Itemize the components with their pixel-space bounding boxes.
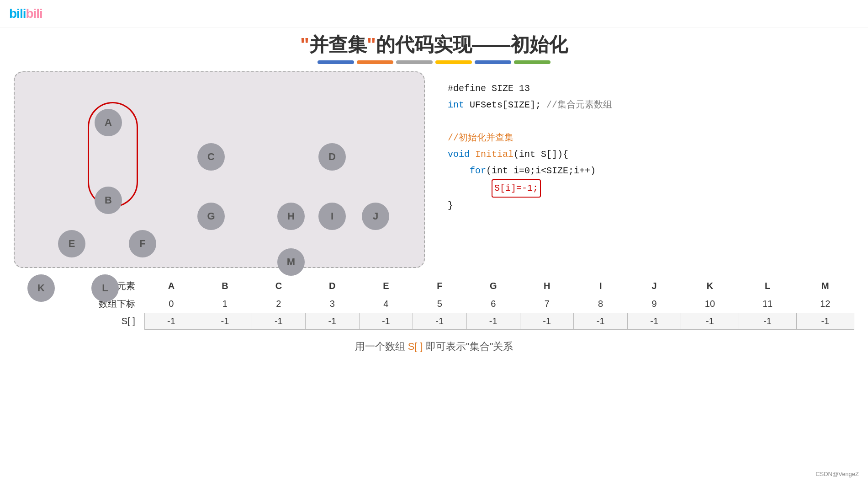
s-val-8: -1 — [574, 313, 627, 329]
idx-6: 6 — [466, 295, 520, 313]
idx-4: 4 — [359, 295, 413, 313]
code-for-kw: for — [448, 166, 486, 176]
title-main: 并查集 — [309, 34, 367, 55]
code-line-2: int UFSets[SIZE]; //集合元素数组 — [448, 97, 850, 113]
footer-text: 用一个数组 S[ ] 即可表示"集合"关系 — [0, 340, 868, 353]
color-seg-2 — [357, 60, 393, 64]
bilibili-logo: bilibili — [9, 6, 42, 21]
table-area: 数据元素 A B C D E F G H I J K L M 数组下标 0 1 … — [0, 273, 868, 334]
node-J: J — [362, 203, 389, 230]
header-C: C — [252, 277, 305, 295]
title-rest: 的代码实现——初始化 — [376, 34, 568, 55]
code-assign: S[i]=-1; — [494, 183, 538, 193]
node-L: L — [91, 274, 119, 302]
label-s-array: S[ ] — [14, 313, 144, 329]
idx-5: 5 — [413, 295, 466, 313]
code-comment-1: //集合元素数组 — [541, 100, 612, 110]
idx-11: 11 — [739, 295, 796, 313]
header-A: A — [144, 277, 198, 295]
s-val-0: -1 — [144, 313, 198, 329]
code-line-5: void Initial(int S[]){ — [448, 146, 850, 163]
s-val-5: -1 — [413, 313, 466, 329]
color-seg-1 — [318, 60, 354, 64]
s-val-2: -1 — [252, 313, 305, 329]
page-title: "并查集"的代码实现——初始化 — [0, 27, 868, 60]
row-array-index: 数组下标 0 1 2 3 4 5 6 7 8 9 10 11 12 — [14, 295, 854, 313]
node-B: B — [95, 187, 122, 214]
idx-9: 9 — [627, 295, 681, 313]
row-s-array: S[ ] -1 -1 -1 -1 -1 -1 -1 -1 -1 -1 -1 -1… — [14, 313, 854, 329]
s-val-3: -1 — [306, 313, 359, 329]
header-J: J — [627, 277, 681, 295]
header-M: M — [796, 277, 854, 295]
code-line-blank — [448, 113, 850, 130]
color-seg-6 — [514, 60, 550, 64]
s-val-4: -1 — [359, 313, 413, 329]
code-line-8: } — [448, 198, 850, 214]
node-G: G — [197, 203, 225, 230]
row-data-element: 数据元素 A B C D E F G H I J K L M — [14, 277, 854, 295]
graph-panel: A C D B G H I J E F M K L — [14, 71, 425, 268]
header-F: F — [413, 277, 466, 295]
node-C: C — [197, 143, 225, 171]
credit-text: CSDN@VengeZ — [815, 471, 859, 477]
code-void-kw: void — [448, 149, 470, 160]
node-F: F — [129, 230, 156, 257]
data-table: 数据元素 A B C D E F G H I J K L M 数组下标 0 1 … — [14, 277, 854, 330]
node-D: D — [318, 143, 346, 171]
s-val-12: -1 — [796, 313, 854, 329]
s-val-10: -1 — [681, 313, 739, 329]
header-E: E — [359, 277, 413, 295]
header-H: H — [520, 277, 573, 295]
color-seg-5 — [475, 60, 511, 64]
node-K: K — [27, 274, 55, 302]
code-line-1: #define SIZE 13 — [448, 80, 850, 97]
s-val-11: -1 — [739, 313, 796, 329]
header-G: G — [466, 277, 520, 295]
node-I: I — [318, 203, 346, 230]
title-quote-close: " — [367, 34, 376, 55]
header-D: D — [306, 277, 359, 295]
footer-s-bracket: S[ ] — [408, 341, 423, 352]
s-val-6: -1 — [466, 313, 520, 329]
header-L: L — [739, 277, 796, 295]
logo-area: bilibili — [9, 6, 42, 21]
code-for-params: (int i=0;i<SIZE;i++) — [486, 166, 596, 176]
code-fn-name: Initial — [470, 149, 513, 160]
header-B: B — [198, 277, 252, 295]
node-A: A — [95, 109, 122, 136]
code-panel: #define SIZE 13 int UFSets[SIZE]; //集合元素… — [443, 71, 854, 268]
node-M: M — [277, 248, 305, 276]
code-indent — [448, 183, 492, 193]
code-line-7: S[i]=-1; — [448, 179, 850, 198]
node-H: H — [277, 203, 305, 230]
code-int-kw: int — [448, 100, 464, 110]
node-E: E — [58, 230, 85, 257]
code-highlighted-stmt: S[i]=-1; — [492, 179, 541, 198]
code-fn-params: (int S[]){ — [513, 149, 568, 160]
header: bilibili — [0, 0, 868, 27]
idx-12: 12 — [796, 295, 854, 313]
content-area: A C D B G H I J E F M K L #define SIZE 1… — [0, 71, 868, 268]
header-K: K — [681, 277, 739, 295]
idx-8: 8 — [574, 295, 627, 313]
title-quote-open: " — [300, 34, 309, 55]
code-ufsets: UFSets[SIZE]; — [464, 100, 541, 110]
idx-0: 0 — [144, 295, 198, 313]
idx-1: 1 — [198, 295, 252, 313]
s-val-9: -1 — [627, 313, 681, 329]
code-line-6: for(int i=0;i<SIZE;i++) — [448, 163, 850, 179]
code-line-comment2: //初始化并查集 — [448, 130, 850, 146]
idx-3: 3 — [306, 295, 359, 313]
idx-7: 7 — [520, 295, 573, 313]
idx-10: 10 — [681, 295, 739, 313]
color-seg-3 — [396, 60, 433, 64]
s-val-7: -1 — [520, 313, 573, 329]
code-block: #define SIZE 13 int UFSets[SIZE]; //集合元素… — [448, 80, 850, 214]
header-I: I — [574, 277, 627, 295]
idx-2: 2 — [252, 295, 305, 313]
s-val-1: -1 — [198, 313, 252, 329]
color-seg-4 — [435, 60, 472, 64]
color-bar — [0, 60, 868, 64]
